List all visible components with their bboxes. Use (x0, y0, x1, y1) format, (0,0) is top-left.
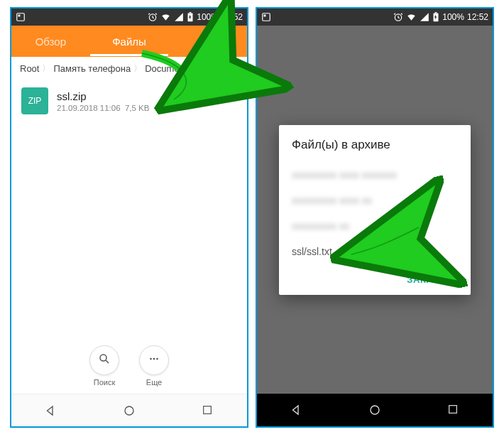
tab-overview[interactable]: Обзор (11, 27, 90, 56)
file-name: ssl.zip (57, 90, 149, 102)
svg-point-9 (125, 406, 133, 415)
svg-rect-0 (17, 14, 25, 21)
search-button[interactable]: Поиск (89, 345, 119, 387)
archive-item-hidden[interactable]: xxxxxxxxx xxxx xx (292, 188, 458, 213)
svg-rect-17 (449, 406, 456, 414)
android-nav-bar (257, 394, 493, 426)
svg-point-6 (150, 358, 152, 360)
breadcrumb-root[interactable]: Root (18, 63, 40, 74)
modal-backdrop: Файл(ы) в архиве xxxxxxxxx xxxx xxxxxxx … (257, 26, 493, 394)
file-meta: ssl.zip 21.09.2018 11:06 7,5 KB (57, 90, 149, 112)
nav-home-icon[interactable] (123, 404, 136, 417)
svg-rect-10 (203, 406, 211, 414)
android-nav-bar (11, 394, 247, 426)
clock-time: 12:52 (221, 12, 243, 22)
nav-back-icon[interactable] (290, 404, 302, 416)
clock-time: 12:52 (467, 12, 488, 22)
more-button[interactable]: Еще (139, 345, 169, 387)
svg-point-8 (156, 358, 158, 360)
file-date: 21.09.2018 11:06 (57, 104, 121, 112)
svg-point-16 (371, 406, 379, 414)
wifi-icon (406, 12, 417, 22)
svg-rect-1 (18, 15, 21, 17)
status-bar: 100% 12:52 (257, 9, 493, 26)
phone-screenshot-left: 100% 12:52 Обзор Файлы FTP Root 〉 Память… (10, 7, 248, 428)
screenshot-icon (16, 12, 26, 22)
more-icon (148, 352, 160, 368)
phone-screenshot-right: 100% 12:52 Файл(ы) в архиве xxxxxxxxx xx… (256, 7, 494, 428)
tab-ftp[interactable]: FTP (168, 27, 247, 56)
archive-item-hidden[interactable]: xxxxxxxxx xxxx xxxxxxx (292, 162, 458, 188)
archive-item-hidden[interactable]: xxxxxxxxx xx (292, 213, 458, 239)
close-button[interactable]: ЗАКРЫТЬ (404, 270, 458, 289)
svg-rect-12 (264, 15, 266, 17)
nav-recent-icon[interactable] (447, 404, 460, 416)
svg-rect-4 (190, 12, 192, 13)
signal-icon (420, 12, 429, 22)
svg-point-5 (100, 355, 106, 361)
file-size: 7,5 KB (125, 104, 150, 112)
svg-point-7 (153, 358, 155, 360)
battery-icon (187, 12, 194, 22)
nav-recent-icon[interactable] (202, 404, 214, 417)
chevron-right-icon: 〉 (42, 63, 50, 75)
more-label: Еще (146, 378, 162, 387)
search-label: Поиск (94, 378, 115, 387)
nav-home-icon[interactable] (368, 404, 381, 416)
alarm-icon (393, 12, 403, 22)
battery-percent: 100% (197, 12, 219, 22)
file-subtext: 21.09.2018 11:06 7,5 KB (57, 104, 149, 112)
nav-back-icon[interactable] (44, 404, 57, 417)
screenshot-icon (261, 12, 271, 22)
breadcrumb: Root 〉 Память телефона 〉 Document (11, 57, 247, 80)
svg-rect-11 (263, 14, 270, 21)
bottom-action-bar: Поиск Еще (11, 345, 247, 387)
wifi-icon (160, 12, 171, 22)
alarm-icon (148, 12, 158, 22)
chevron-right-icon: 〉 (133, 63, 142, 75)
svg-rect-15 (435, 12, 437, 13)
zip-file-icon: ZIP (21, 87, 48, 114)
breadcrumb-storage[interactable]: Память телефона (52, 63, 132, 74)
dialog-title: Файл(ы) в архиве (292, 138, 458, 152)
signal-icon (174, 12, 184, 22)
status-bar: 100% 12:52 (11, 9, 247, 26)
file-row[interactable]: ZIP ssl.zip 21.09.2018 11:06 7,5 KB (11, 80, 247, 122)
battery-icon (432, 12, 439, 22)
tab-bar: Обзор Файлы FTP (11, 26, 247, 57)
tab-files[interactable]: Файлы (90, 27, 169, 56)
archive-dialog: Файл(ы) в архиве xxxxxxxxx xxxx xxxxxxx … (279, 125, 471, 295)
archive-item-ssl-txt[interactable]: ssl/ssl.txt (292, 239, 458, 264)
search-icon (98, 352, 111, 368)
breadcrumb-folder[interactable]: Document (143, 63, 188, 74)
battery-percent: 100% (442, 12, 464, 22)
